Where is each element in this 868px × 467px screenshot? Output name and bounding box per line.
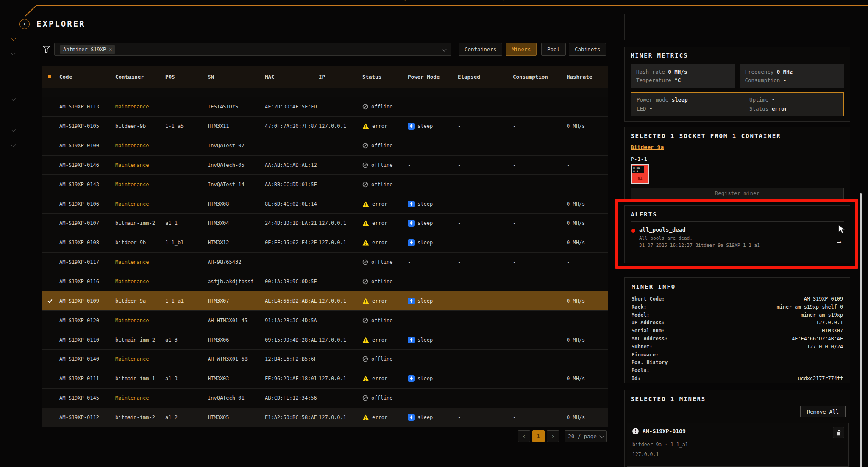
cell-code: AM-S19XP-0108 xyxy=(59,240,115,246)
row-checkbox[interactable] xyxy=(47,143,47,149)
header-checkbox[interactable] xyxy=(47,74,47,80)
chevron-down-icon[interactable] xyxy=(11,51,16,55)
info-label: Id: xyxy=(632,375,640,383)
row-select-cell xyxy=(42,376,59,381)
row-checkbox[interactable] xyxy=(47,356,47,362)
chip-remove-icon[interactable]: × xyxy=(109,47,112,53)
status-text: offline xyxy=(371,162,393,168)
row-checkbox[interactable] xyxy=(47,201,47,207)
table-row[interactable]: AM-S19XP-0100MaintenanceInvQATest-07offl… xyxy=(42,136,608,156)
cell-elapsed: - xyxy=(458,123,513,129)
table-row[interactable]: AM-S19XP-0111bitmain-imm-1a1_3HTM3X03FE:… xyxy=(42,369,608,389)
cell-code: AM-S19XP-0143 xyxy=(59,182,115,188)
info-label: Pools: xyxy=(632,367,650,375)
row-checkbox[interactable] xyxy=(47,414,47,420)
offline-icon xyxy=(362,356,368,362)
table-row[interactable]: AM-S19XP-0117MaintenanceAH-98765432offli… xyxy=(42,253,608,272)
table-row[interactable]: AM-S19XP-0105bitdeer-9b1-1_a5HTM3X1147:0… xyxy=(42,117,608,136)
info-label: Model: xyxy=(632,311,650,319)
table-row[interactable]: AM-S19XP-0107bitmain-imm-2a1_1HTM3X0424:… xyxy=(42,214,608,233)
cell-ip: 127.0.0.1 xyxy=(319,298,362,304)
filter-chip[interactable]: Antminer S19XP × xyxy=(60,45,115,54)
table-row[interactable]: AM-S19XP-0143MaintenanceInvQATest-14AA:B… xyxy=(42,175,608,194)
page-1-button[interactable]: 1 xyxy=(532,430,545,442)
status-text: offline xyxy=(371,104,393,110)
filter-input[interactable]: Antminer S19XP × xyxy=(54,43,451,56)
info-label: Firmware: xyxy=(632,351,659,359)
cell-status: error xyxy=(362,298,408,304)
view-button-containers[interactable]: Containers xyxy=(459,43,502,56)
cell-elapsed: - xyxy=(458,337,513,343)
view-button-miners[interactable]: Miners xyxy=(506,43,537,56)
chevron-down-icon[interactable] xyxy=(11,143,16,147)
socket-tile[interactable]: 0 KW 0 A a1 xyxy=(631,164,649,184)
row-select-cell xyxy=(42,220,59,226)
cell-consumption: - xyxy=(513,395,567,401)
led-value: - xyxy=(649,105,653,112)
row-checkbox[interactable] xyxy=(47,279,47,285)
cell-elapsed: - xyxy=(458,201,513,207)
offline-icon xyxy=(362,395,368,401)
table-row[interactable]: AM-S19XP-0112bitmain-imm-2a1_2HTM3X05E1:… xyxy=(42,408,608,428)
table-row[interactable]: AM-S19XP-0140MaintenanceAH-WTM3X01_6812:… xyxy=(42,350,608,369)
cell-hashrate: - xyxy=(567,162,608,168)
row-checkbox[interactable] xyxy=(47,182,47,188)
status-text: offline xyxy=(371,143,393,149)
row-checkbox[interactable] xyxy=(47,162,47,168)
chevron-down-icon[interactable] xyxy=(442,47,446,51)
chevron-down-icon[interactable] xyxy=(11,36,16,41)
arrow-right-icon[interactable]: → xyxy=(837,238,841,246)
cell-container: Maintenance xyxy=(115,356,165,362)
cell-status: offline xyxy=(362,143,408,149)
table-row[interactable]: AM-S19XP-0108bitdeer-9b1-1_b1HTM3X120E:E… xyxy=(42,233,608,253)
row-checkbox[interactable] xyxy=(47,220,47,226)
cell-hashrate: - xyxy=(567,279,608,285)
view-button-cabinets[interactable]: Cabinets xyxy=(569,43,606,56)
table-row[interactable]: AM-S19XP-0145MaintenanceInvQATech-01AB:C… xyxy=(42,389,608,408)
cell-sn: InvQATech-01 xyxy=(208,395,265,401)
table-row[interactable]: AM-S19XP-0113MaintenanceTESTASTDYSAF:2D:… xyxy=(42,97,608,117)
row-checkbox[interactable] xyxy=(47,337,47,343)
selected-miner-card: !AM-S19XP-0109bitdeer-9a · 1-1_a1127.0.0… xyxy=(627,423,849,467)
table-row[interactable]: AM-S19XP-0120MaintenanceAH-HTM3X01_4591:… xyxy=(42,311,608,330)
back-button[interactable]: ‹ xyxy=(19,19,30,29)
lightning-bolt-icon xyxy=(409,202,413,207)
register-miner-button[interactable]: Register miner xyxy=(631,188,844,199)
power-mode-text: - xyxy=(408,143,411,149)
alert-item[interactable]: all_pools_deadAll pools are dead.31-07-2… xyxy=(631,227,844,248)
prev-page-button[interactable]: ‹ xyxy=(518,430,530,442)
cell-elapsed: - xyxy=(458,376,513,381)
row-checkbox[interactable] xyxy=(47,298,47,304)
next-page-button[interactable]: › xyxy=(547,430,559,442)
row-checkbox[interactable] xyxy=(47,240,47,246)
table-row[interactable]: AM-S19XP-0106MaintenanceHTM3X088E:6D:4C:… xyxy=(42,194,608,214)
cell-sn: asfjb.akdjfbssf xyxy=(208,279,265,285)
chevron-down-icon[interactable] xyxy=(11,127,16,132)
container-link[interactable]: Bitdeer 9a xyxy=(631,144,664,150)
chevron-down-icon[interactable] xyxy=(11,97,16,101)
offline-icon xyxy=(362,182,368,188)
remove-all-button[interactable]: Remove All xyxy=(800,406,846,417)
status-text: offline xyxy=(371,318,393,323)
cell-container: Maintenance xyxy=(115,143,165,149)
cell-power-mode: - xyxy=(408,318,458,323)
row-checkbox[interactable] xyxy=(47,395,47,401)
cell-consumption: - xyxy=(513,356,567,362)
cell-sn: AH-HTM3X01_45 xyxy=(208,318,265,323)
page-size-select[interactable]: 20 / page xyxy=(565,430,607,442)
row-checkbox[interactable] xyxy=(47,104,47,110)
table-row[interactable]: AM-S19XP-0109bitdeer-9a1-1_a1HTM3X07AE:E… xyxy=(42,291,608,311)
scrollbar-thumb[interactable] xyxy=(860,193,862,467)
table-row[interactable]: AM-S19XP-0110bitmain-imm-2a1_3HTM3X0609:… xyxy=(42,330,608,350)
view-button-pool[interactable]: Pool xyxy=(541,43,566,56)
table-row[interactable]: AM-S19XP-0116Maintenanceasfjb.akdjfbssf0… xyxy=(42,272,608,292)
row-checkbox[interactable] xyxy=(47,123,47,129)
cell-container: bitmain-imm-2 xyxy=(115,414,165,420)
remove-miner-button[interactable] xyxy=(833,427,844,438)
row-checkbox[interactable] xyxy=(47,259,47,265)
row-checkbox[interactable] xyxy=(47,318,47,323)
table-row[interactable]: AM-S19XP-0146MaintenanceInvQATech-05AA:A… xyxy=(42,156,608,175)
frame-top-line xyxy=(36,5,868,6)
alert-content: all_pools_deadAll pools are dead.31-07-2… xyxy=(639,227,760,248)
row-checkbox[interactable] xyxy=(47,376,47,381)
